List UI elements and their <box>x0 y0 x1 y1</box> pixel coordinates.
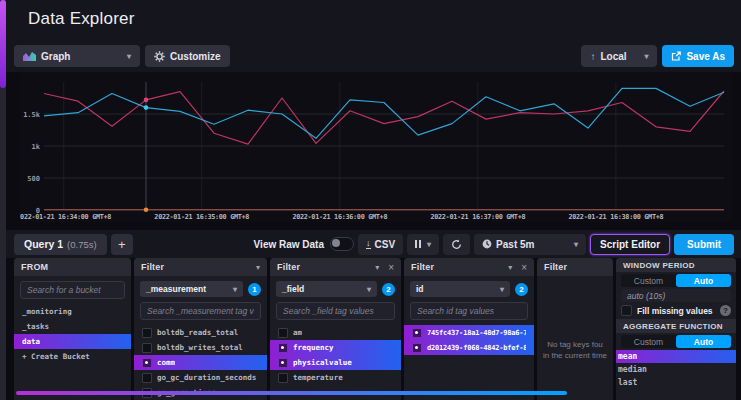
fill-label: Fill missing values <box>637 306 713 316</box>
query-tab-duration: (0.75s) <box>67 239 97 250</box>
list-item[interactable]: comm <box>134 355 267 370</box>
close-icon[interactable]: × <box>388 262 394 273</box>
list-item[interactable]: mean <box>616 350 736 363</box>
page-title: Data Explorer <box>28 9 135 29</box>
builder-hscrollbar-thumb[interactable] <box>16 391 567 395</box>
checkbox-icon <box>278 358 288 368</box>
list-item[interactable]: frequency <box>270 340 401 355</box>
checkbox-icon <box>278 343 288 353</box>
message-line: No tag keys fou <box>547 340 603 349</box>
x-tick-label: 2022-01-21 16:34:00 GMT+8 <box>20 213 111 221</box>
save-as-icon <box>671 51 681 61</box>
list-item[interactable]: _tasks <box>14 319 131 334</box>
filter-panel-header: Filter ▾ × <box>404 258 534 276</box>
chevron-down-icon: ▾ <box>127 52 131 61</box>
x-tick-label: 2022-01-21 16:38:00 GMT+8 <box>568 213 663 221</box>
filter-panel-header: Filter ▾ <box>134 258 267 276</box>
panel-title: Filter <box>277 262 300 272</box>
aggregate-toggle: Custom Auto <box>621 335 731 348</box>
list-item[interactable]: boltdb_reads_total <box>134 325 267 340</box>
auto-option[interactable]: Auto <box>676 274 731 287</box>
visualization-type-label: Graph <box>41 51 70 62</box>
list-item[interactable]: go_gc_duration_seconds <box>134 370 267 385</box>
x-tick-label: 2022-01-21 16:37:00 GMT+8 <box>430 213 525 221</box>
help-icon[interactable]: ? <box>720 305 731 316</box>
view-raw-data-toggle[interactable] <box>330 237 354 251</box>
custom-option[interactable]: Custom <box>621 335 676 348</box>
area-chart-icon <box>23 51 36 61</box>
selected-count-badge: 2 <box>382 283 395 296</box>
list-item-label: d2012439-f068-4842-bfef-8… <box>427 344 526 352</box>
list-item-label: + Create Bucket <box>22 352 90 361</box>
add-query-button[interactable]: + <box>111 234 133 255</box>
chevron-down-icon[interactable]: ▾ <box>375 263 379 272</box>
csv-download-button[interactable]: ↓ CSV <box>358 234 403 255</box>
list-item[interactable]: last <box>616 376 736 389</box>
chevron-down-icon[interactable]: ▾ <box>508 263 512 272</box>
time-range-dropdown[interactable]: Past 5m ▾ <box>474 234 586 255</box>
list-item-label: am <box>293 328 302 337</box>
list-item[interactable]: physicalvalue <box>270 355 401 370</box>
checkbox-icon <box>142 358 152 368</box>
list-item-label: go_gc_duration_seconds <box>157 373 256 382</box>
list-item-label: frequency <box>293 343 334 352</box>
list-item[interactable]: d2012439-f068-4842-bfef-8… <box>404 340 534 355</box>
list-item-label: 745fc437-18a1-48d7-98a6-7… <box>427 329 526 337</box>
chevron-down-icon: ▾ <box>367 285 371 294</box>
clock-icon <box>482 239 492 249</box>
window-period-header: WINDOW PERIOD <box>616 258 736 272</box>
field-search-input[interactable] <box>276 302 395 320</box>
id-list: 745fc437-18a1-48d7-98a6-7…d2012439-f068-… <box>404 325 534 355</box>
chevron-down-icon[interactable]: ▾ <box>256 263 260 272</box>
aggregate-function-header: AGGREGATE FUNCTION <box>616 319 736 333</box>
window-period-value[interactable]: auto (10s) <box>621 289 731 302</box>
list-item-label: temperature <box>293 373 343 382</box>
tag-key-dropdown[interactable]: _measurement ▾ <box>140 281 243 297</box>
chevron-down-icon: ▾ <box>500 285 504 294</box>
fill-checkbox[interactable] <box>621 305 632 316</box>
refresh-button[interactable] <box>443 234 470 255</box>
save-as-button[interactable]: Save As <box>662 45 734 67</box>
checkbox-icon <box>142 328 152 338</box>
query-tab[interactable]: Query 1 (0.75s) <box>14 234 107 255</box>
gear-icon <box>154 51 165 62</box>
list-item[interactable]: _monitoring <box>14 304 131 319</box>
measurement-list: boltdb_reads_totalboltdb_writes_totalcom… <box>134 325 267 400</box>
id-search-input[interactable] <box>410 302 528 320</box>
save-as-label: Save As <box>686 51 725 62</box>
panel-title: FROM <box>21 262 48 272</box>
auto-option[interactable]: Auto <box>676 335 731 348</box>
x-tick-label: 2022-01-21 16:36:00 GMT+8 <box>292 213 387 221</box>
tag-key-dropdown[interactable]: id ▾ <box>410 281 510 297</box>
submit-button[interactable]: Submit <box>674 234 734 255</box>
hover-point-orange-series <box>144 207 149 212</box>
tag-key-dropdown[interactable]: _field ▾ <box>276 281 377 297</box>
script-editor-button[interactable]: Script Editor <box>590 234 670 255</box>
y-tick-label: 0 <box>36 207 40 215</box>
customize-button[interactable]: Customize <box>145 45 230 67</box>
list-item[interactable]: + Create Bucket <box>14 349 131 364</box>
chevron-down-icon: ▾ <box>233 285 237 294</box>
custom-option[interactable]: Custom <box>621 274 676 287</box>
close-icon[interactable]: × <box>521 262 527 273</box>
field-list: amfrequencyphysicalvaluetemperature <box>270 325 401 385</box>
pause-dropdown-button[interactable]: ▾ <box>407 234 439 255</box>
local-label: Local <box>600 51 626 62</box>
list-item[interactable]: boltdb_writes_total <box>134 340 267 355</box>
query-bar: Query 1 (0.75s) + View Raw Data ↓ CSV ▾ <box>6 230 741 258</box>
fill-missing-values-row: Fill missing values ? <box>621 304 731 317</box>
csv-label: CSV <box>375 239 396 250</box>
local-dropdown[interactable]: ↑ Local ▾ <box>581 45 657 67</box>
list-item[interactable]: data <box>14 334 131 349</box>
list-item[interactable]: median <box>616 363 736 376</box>
list-item-label: boltdb_reads_total <box>157 328 238 337</box>
visualization-type-dropdown[interactable]: Graph ▾ <box>14 45 140 67</box>
bucket-search-input[interactable] <box>20 281 125 299</box>
header: Data Explorer Graph ▾ <box>6 0 741 72</box>
list-item[interactable]: temperature <box>270 370 401 385</box>
list-item-label: mean <box>618 352 637 361</box>
list-item[interactable]: am <box>270 325 401 340</box>
filter-panel-measurement: Filter ▾ _measurement ▾ 1 boltdb_reads_t… <box>134 258 267 400</box>
list-item[interactable]: 745fc437-18a1-48d7-98a6-7… <box>404 325 534 340</box>
measurement-search-input[interactable] <box>140 302 261 320</box>
